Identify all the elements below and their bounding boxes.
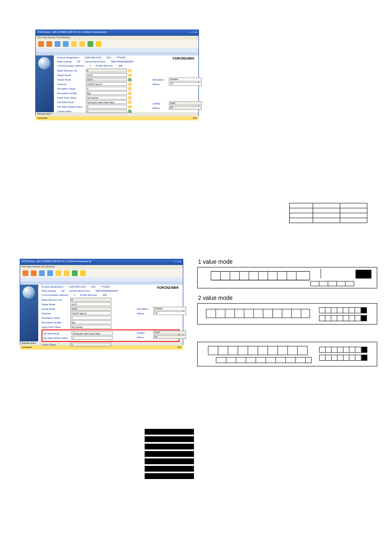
output-quality-block: Quality: Good Status: OK [137, 330, 186, 340]
toolbar-icon-4[interactable] [47, 270, 53, 276]
commaddr-value: 1 [89, 64, 90, 67]
upload-icon[interactable] [128, 92, 131, 95]
print-icon[interactable] [80, 270, 86, 276]
writelock-label: Write locking: [42, 290, 56, 292]
invert-label: Invert Input Value [57, 97, 86, 99]
svg-rect-0 [211, 272, 309, 280]
channel-value[interactable]: ONOFF Valve D [70, 311, 111, 315]
device-image-panel [36, 55, 54, 112]
invert-label: Invert Input Value [42, 326, 70, 328]
toolbar-icon-3[interactable] [39, 270, 45, 276]
sim-quality-value[interactable]: Bad [86, 91, 127, 95]
refresh-icon[interactable] [128, 78, 131, 81]
upload-icon[interactable] [128, 96, 131, 99]
param-static-rev: Static Revision No. 8 [42, 298, 180, 302]
invert-value[interactable]: Not inverted [86, 96, 127, 99]
product-value: IL094.821.ALW [69, 286, 86, 288]
toolbar-icon-6[interactable] [64, 270, 69, 276]
simulation-block: Simulation Disabled Status: OK [137, 306, 186, 316]
nav-strip [20, 277, 183, 281]
menubar[interactable]: File View Device Tool Window [20, 265, 183, 269]
refresh-icon[interactable] [72, 270, 78, 276]
dtm-window-1: DTM Works - [EP_ET08KD ARF PA V1.1 (Onli… [35, 30, 199, 116]
toolbar-icon-5[interactable] [55, 270, 61, 276]
channel-label: Channel [42, 312, 70, 315]
value-mode-2-label: 2 value mode [198, 295, 233, 301]
quality-value: Good [169, 101, 202, 105]
toolbar-icon-1[interactable] [38, 41, 44, 47]
static-rev-value: 8 [70, 298, 111, 302]
toolbar-icon-5[interactable] [71, 41, 77, 47]
conn-status: Connected [37, 117, 47, 120]
channel-label: Channel [57, 83, 86, 85]
out-status-label: Status: [137, 336, 153, 339]
fail-safe-default-value[interactable]: 0 [86, 105, 127, 108]
tag-value: PT1002 [117, 56, 125, 59]
upload-icon[interactable] [128, 105, 131, 108]
fail-safe-default-value[interactable]: 0 [71, 336, 113, 340]
sim-quality-value[interactable]: Bad [70, 320, 111, 324]
target-mode-value[interactable]: AUTO [70, 302, 111, 306]
device-image-panel [20, 285, 38, 341]
upload-icon[interactable] [128, 74, 131, 77]
upload-icon[interactable] [128, 83, 131, 86]
static-rev-label: Static Revision No. [57, 69, 86, 72]
bar-row [145, 444, 194, 449]
upload-icon[interactable] [128, 69, 131, 72]
window-title: DTM Works - [EP_ET08KD ARF PA V1.1 (Onli… [22, 260, 91, 264]
output-value-value: 0 [70, 343, 111, 346]
bar-row [145, 436, 194, 442]
fail-safe-default-label: Fail Safe Default Value [43, 337, 71, 339]
svg-rect-85 [362, 355, 367, 361]
channel-value[interactable]: ONOFF Valve D [86, 82, 127, 86]
quality-label: Quality: [137, 332, 153, 334]
mode-diagram-2 [197, 303, 377, 325]
out-status-label: Status: [152, 107, 169, 109]
param-panel: Product designation: IL094.821.ALW TAG: … [38, 285, 183, 341]
target-mode-label: Target Mode [57, 74, 86, 76]
status-value[interactable]: OK [153, 311, 186, 315]
static-rev-value: 8 [86, 69, 127, 72]
toolbar-icon-1[interactable] [23, 270, 28, 276]
sim-value-value[interactable]: 0 [70, 316, 111, 320]
menubar[interactable]: File View Device Tool Window [36, 36, 198, 40]
output-value-value: 0 [86, 109, 127, 113]
target-mode-value[interactable]: AUTO [86, 73, 127, 77]
upload-icon[interactable] [128, 87, 131, 90]
quality-value: Good [153, 331, 186, 334]
tag-value: PT1002 [101, 286, 110, 288]
mode-diagram-3 [197, 342, 377, 366]
param-output-value: Output Value 0 [42, 343, 180, 346]
print-icon[interactable] [96, 41, 101, 47]
invert-value[interactable]: Not inverted [70, 325, 111, 329]
toolbar-icon-3[interactable] [55, 41, 60, 47]
simulation-value[interactable]: Disabled [153, 307, 186, 311]
sim-value-value[interactable]: 0 [86, 87, 127, 90]
param-sim-value: Simulation Value 0 [57, 87, 195, 90]
window-controls[interactable]: — □ ✕ [174, 260, 181, 264]
toolbar-icon-6[interactable] [79, 41, 85, 47]
refresh-icon[interactable] [88, 41, 93, 47]
bar-stack [145, 427, 194, 481]
simulation-label: Simulation [137, 308, 153, 310]
window-controls[interactable]: — □ ✕ [189, 31, 197, 35]
toolbar-icon-4[interactable] [63, 41, 69, 47]
fail-safe-mode-value[interactable]: Storing last valid Output Value [71, 332, 113, 335]
toolbar-icon-2[interactable] [31, 270, 37, 276]
svg-rect-76 [362, 347, 367, 353]
simulation-value[interactable]: Disabled [169, 78, 202, 81]
sub-toolbar [36, 52, 198, 55]
device-header-3: Communication address: 1 Profile Revisio… [57, 64, 195, 67]
block-label: Discrete Input 1 [37, 113, 52, 115]
window-titlebar: DTM Works - [EP_ET08KD ARF PA V1.1 (Onli… [36, 30, 198, 36]
profilerev-label: Profile Revision: [96, 64, 113, 67]
bar-row [145, 451, 194, 457]
param-static-rev: Static Revision No. 8 [57, 69, 195, 72]
bar-row [145, 458, 194, 464]
upload-icon[interactable] [128, 101, 131, 104]
fail-safe-mode-value[interactable]: Storing last valid Output Value [86, 100, 127, 104]
status-value[interactable]: OK [169, 82, 202, 86]
window-title: DTM Works - [EP_ET08KD ARF PA V1.1 (Onli… [37, 31, 106, 35]
refresh-icon[interactable] [128, 110, 131, 113]
toolbar-icon-2[interactable] [46, 41, 52, 47]
